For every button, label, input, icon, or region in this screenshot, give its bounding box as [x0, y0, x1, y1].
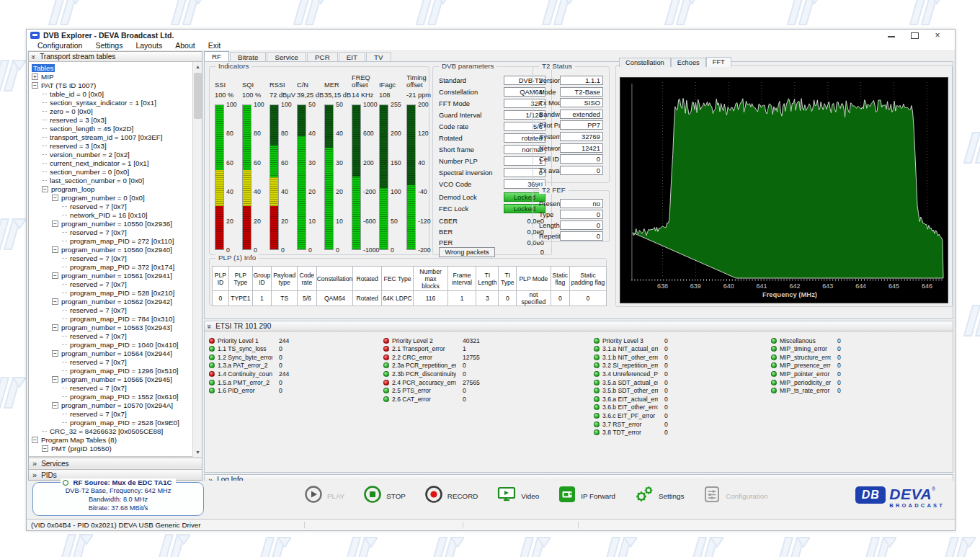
minimize-button[interactable]: [887, 32, 896, 39]
tree-node[interactable]: reserved = 7 [0x7]: [29, 357, 202, 366]
scroll-thumb[interactable]: [194, 73, 202, 119]
collapse-icon[interactable]: −: [52, 298, 58, 305]
collapse-icon[interactable]: −: [32, 82, 38, 89]
expand-icon[interactable]: +: [32, 73, 38, 80]
stop-button[interactable]: STOP: [363, 485, 406, 507]
menu-item-settings[interactable]: Settings: [89, 41, 129, 50]
wrong-packets-button[interactable]: Wrong packets: [439, 247, 495, 257]
record-button[interactable]: RECORD: [424, 485, 478, 507]
tree-node[interactable]: current_next_indicator = 1 [0x1]: [29, 159, 202, 167]
tree-node[interactable]: −program_number = 10563 [0x2943]: [29, 323, 202, 331]
tree-node[interactable]: section_number = 0 [0x0]: [29, 167, 202, 176]
collapse-icon[interactable]: −: [52, 246, 58, 253]
tree-node[interactable]: program_map_PID = 1552 [0x610]: [29, 392, 202, 401]
etsi-item-1-1-ts-sync-loss: 1.1 TS_sync_loss0: [209, 345, 272, 353]
tree-node[interactable]: Tables: [29, 63, 202, 72]
tree-node[interactable]: −program_number = 10565 [0x2945]: [29, 375, 202, 383]
brand-watermark-icon: [166, 0, 205, 30]
tab-rf[interactable]: RF: [204, 51, 229, 61]
tree-node[interactable]: reserved = 7 [0x7]: [29, 306, 202, 314]
settings-button[interactable]: Settings: [634, 485, 684, 507]
tree-node[interactable]: reserved = 3 [0x3]: [29, 141, 202, 150]
tree-node[interactable]: reserved = 7 [0x7]: [29, 228, 202, 236]
close-button[interactable]: ×: [933, 32, 942, 39]
tree-node[interactable]: CRC_32 = 84266632 [0x0505CE88]: [29, 427, 202, 435]
tab-bitrate[interactable]: Bitrate: [230, 52, 266, 61]
tree-node[interactable]: program_map_PID = 784 [0x310]: [29, 314, 202, 323]
spectrum-tab-constellation[interactable]: Constellation: [619, 58, 671, 67]
collapse-icon[interactable]: −: [52, 376, 58, 383]
tree-node[interactable]: −program_number = 10561 [0x2941]: [29, 271, 202, 280]
spectrum-tab-echoes[interactable]: Echoes: [671, 58, 706, 67]
wrong-packets-value: 0: [540, 248, 544, 256]
t2-status-label: Cell ID: [539, 155, 559, 163]
t2-status-mode-row: ModeT2-Base: [539, 87, 603, 97]
collapse-icon[interactable]: −: [42, 186, 48, 192]
collapse-icon[interactable]: −: [52, 195, 58, 201]
t2-fef-value: 0: [560, 210, 603, 219]
tree-node[interactable]: reserved = 7 [0x7]: [29, 383, 202, 392]
tree-node[interactable]: reserved = 7 [0x7]: [29, 409, 202, 418]
collapse-icon[interactable]: −: [32, 437, 38, 443]
tree-node[interactable]: section_syntax_indicator = 1 [0x1]: [29, 98, 202, 107]
tree-node[interactable]: zero = 0 [0x0]: [29, 107, 202, 115]
tab-eit[interactable]: EIT: [339, 52, 365, 61]
services-section[interactable]: » Services: [29, 458, 202, 468]
tree-node[interactable]: program_map_PID = 2528 [0x9E0]: [29, 418, 202, 427]
tree-node[interactable]: −Program Map Tables (8): [29, 435, 202, 444]
tree-node[interactable]: reserved = 7 [0x7]: [29, 331, 202, 340]
etsi-header[interactable]: » ETSI TR 101 290: [205, 321, 953, 331]
transport-stream-header[interactable]: » Transport stream tables: [29, 52, 202, 62]
tree-node[interactable]: −PAT (TS ID 1007): [29, 81, 202, 89]
tree-node[interactable]: section_length = 45 [0x2D]: [29, 124, 202, 133]
menu-item-about[interactable]: About: [169, 41, 201, 50]
gauge-value: 39,25 dB: [297, 92, 324, 99]
collapse-icon[interactable]: −: [52, 272, 58, 279]
tab-pcr[interactable]: PCR: [307, 52, 338, 61]
collapse-icon[interactable]: −: [52, 220, 58, 227]
video-button[interactable]: Video: [496, 485, 539, 507]
collapse-icon[interactable]: −: [52, 350, 58, 357]
scroll-down-icon[interactable]: ▼: [193, 447, 202, 457]
tab-tv[interactable]: TV: [366, 52, 391, 61]
menu-item-configuration[interactable]: Configuration: [31, 41, 89, 50]
tree-node[interactable]: last_section_number = 0 [0x0]: [29, 176, 202, 184]
spectrum-tab-fft[interactable]: FFT: [706, 57, 731, 67]
menu-item-exit[interactable]: Exit: [202, 41, 228, 50]
maximize-button[interactable]: [910, 32, 919, 39]
tree-node[interactable]: transport_stream_id = 1007 [0x3EF]: [29, 133, 202, 141]
ip-forward-button[interactable]: IP Forward: [558, 485, 615, 507]
tree-node[interactable]: −program_number = 10560 [0x2940]: [29, 245, 202, 254]
tree-node[interactable]: program_map_PID = 372 [0x174]: [29, 262, 202, 271]
error-led-green-icon: [771, 388, 777, 393]
tree-node[interactable]: −program_number = 10562 [0x2942]: [29, 297, 202, 306]
tree-node[interactable]: −PMT (prgID 10550): [29, 444, 202, 453]
tree-node[interactable]: reserved = 3 [0x3]: [29, 115, 202, 124]
tab-service[interactable]: Service: [267, 52, 306, 61]
tree-node[interactable]: reserved = 7 [0x7]: [29, 202, 202, 210]
collapse-icon[interactable]: −: [42, 445, 48, 452]
scroll-up-icon[interactable]: ▲: [193, 62, 202, 71]
tree-node[interactable]: −program_number = 10550 [0x2936]: [29, 219, 202, 228]
tree-node[interactable]: −program_number = 10564 [0x2944]: [29, 349, 202, 357]
tree-node[interactable]: version_number = 2 [0x2]: [29, 150, 202, 159]
tree-node[interactable]: reserved = 7 [0x7]: [29, 280, 202, 288]
etsi-item-label: 1.1 TS_sync_loss: [218, 345, 272, 352]
tree-node[interactable]: program_map_PID = 272 [0x110]: [29, 236, 202, 245]
collapse-icon[interactable]: −: [52, 324, 58, 331]
tree-node[interactable]: −program_loop: [29, 184, 202, 193]
tree-node[interactable]: network_PID = 16 [0x10]: [29, 210, 202, 219]
menu-item-layouts[interactable]: Layouts: [129, 41, 169, 50]
collapse-icon[interactable]: −: [52, 402, 58, 409]
tree-node[interactable]: −program_number = 0 [0x0]: [29, 193, 202, 202]
tree-node[interactable]: −program_number = 10570 [0x294A]: [29, 401, 202, 409]
tree-scrollbar[interactable]: ▲ ▼: [192, 62, 202, 457]
tree-node[interactable]: program_map_PID = 528 [0x210]: [29, 288, 202, 297]
tree-node[interactable]: program_map_PID = 1040 [0x410]: [29, 340, 202, 349]
tree-node[interactable]: table_id = 0 [0x0]: [29, 89, 202, 98]
tree-node[interactable]: +MIP: [29, 72, 202, 81]
tree-node[interactable]: reserved = 7 [0x7]: [29, 254, 202, 262]
gauge-tick-label: 0: [254, 246, 257, 254]
play-icon: [304, 485, 323, 507]
tree-node[interactable]: program_map_PID = 1296 [0x510]: [29, 366, 202, 375]
